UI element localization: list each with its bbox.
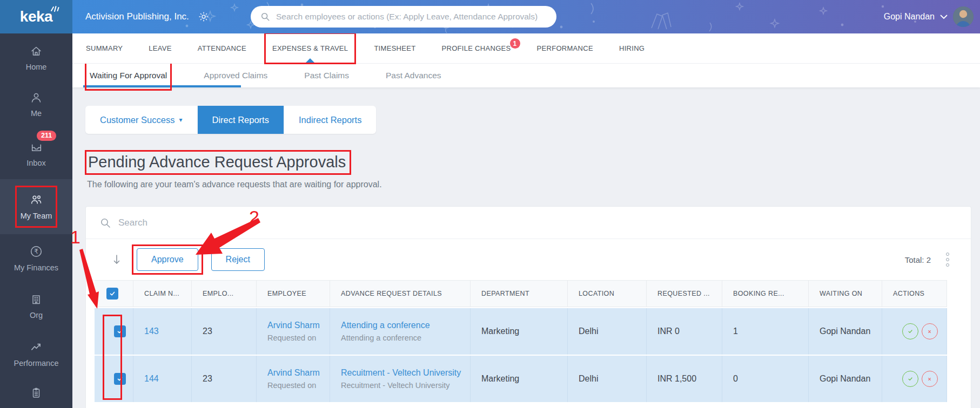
reject-button[interactable]: Reject (211, 248, 265, 271)
tab-hiring[interactable]: HIRING (619, 33, 645, 63)
claim-number-link[interactable]: 143 (144, 327, 191, 336)
subtab-waiting-for-approval[interactable]: Waiting For Approval (89, 64, 168, 87)
col-requested[interactable]: REQUESTED ... (647, 280, 722, 307)
team-icon (29, 193, 43, 207)
tab-performance[interactable]: PERFORMANCE (536, 33, 594, 63)
sidebar: Home Me 211 Inbox My Team ₹ (0, 33, 72, 408)
expense-subtabs: Waiting For Approval Approved Claims Pas… (72, 64, 980, 87)
requested-amount-cell: INR 0 (647, 308, 722, 355)
reject-row-icon[interactable] (922, 323, 938, 339)
row-select-cell (95, 308, 133, 355)
waiting-on-cell: Gopi Nandan (809, 356, 882, 402)
sidebar-item-label: My Finances (14, 263, 58, 272)
col-waiting-on[interactable]: WAITING ON (809, 280, 882, 307)
col-employee[interactable]: EMPLOYEE (257, 280, 330, 307)
table-options-kebab-icon[interactable] (946, 253, 949, 267)
approvals-card: Approve Reject Total: 2 CLAIM N... EMPLO… (85, 206, 971, 408)
col-location[interactable]: LOCATION (568, 280, 647, 307)
department-cell: Marketing (471, 356, 568, 402)
sidebar-item-tasks[interactable] (0, 377, 72, 408)
approve-row-icon[interactable] (902, 323, 918, 339)
sidebar-item-me[interactable]: Me (0, 80, 72, 128)
search-icon (100, 217, 111, 228)
sort-icon[interactable] (111, 253, 123, 266)
employee-link[interactable]: Arvind Sharm (267, 368, 330, 378)
table-search-input[interactable] (118, 217, 971, 228)
profile-changes-badge: 1 (510, 38, 520, 49)
row-checkbox[interactable] (114, 325, 126, 337)
employee-number-cell: 23 (192, 356, 257, 402)
person-icon (30, 91, 43, 104)
table-search (86, 207, 971, 239)
employee-cell: Arvind Sharm Requested on (257, 308, 330, 355)
global-search-input[interactable] (276, 12, 547, 22)
chevron-down-icon (940, 15, 948, 19)
subtab-past-advances[interactable]: Past Advances (385, 64, 442, 87)
sidebar-item-org[interactable]: Org (0, 283, 72, 330)
actions-cell (882, 308, 947, 355)
tab-timesheet[interactable]: TIMESHEET (373, 33, 416, 63)
location-cell: Delhi (568, 356, 647, 402)
row-checkbox[interactable] (114, 373, 126, 385)
sidebar-item-inbox[interactable]: 211 Inbox (0, 128, 72, 179)
col-claim-number[interactable]: CLAIM N... (133, 280, 192, 307)
tab-attendance[interactable]: ATTENDANCE (197, 33, 247, 63)
advance-request-link[interactable]: Recuitment - Veltech University (341, 368, 470, 378)
user-menu[interactable]: Gopi Nandan (884, 0, 974, 33)
inbox-tray-icon (30, 140, 43, 154)
company-name: Activision Publishing, Inc. (85, 11, 189, 22)
approvals-table: CLAIM N... EMPLO... EMPLOYEE ADVANCE REQ… (95, 280, 964, 402)
actions-cell (882, 356, 947, 402)
col-advance-request-details[interactable]: ADVANCE REQUEST DETAILS (330, 280, 471, 307)
claim-number-link[interactable]: 144 (144, 374, 191, 384)
approve-row-icon[interactable] (902, 371, 918, 387)
home-icon (30, 45, 43, 58)
sidebar-item-home[interactable]: Home (0, 36, 72, 80)
col-employee-number[interactable]: EMPLO... (192, 280, 257, 307)
subtab-past-claims[interactable]: Past Claims (303, 64, 350, 87)
tab-leave[interactable]: LEAVE (148, 33, 172, 63)
sidebar-item-performance[interactable]: Performance (0, 330, 72, 378)
sidebar-item-label: Me (31, 109, 42, 118)
advance-request-link[interactable]: Attending a conference (341, 321, 470, 330)
tab-profile-changes[interactable]: PROFILE CHANGES 1 (441, 33, 511, 63)
tab-expenses-travel[interactable]: EXPENSES & TRAVEL (272, 33, 348, 63)
col-department[interactable]: DEPARTMENT (471, 280, 568, 307)
advance-details-cell: Recuitment - Veltech University Recuitme… (330, 356, 471, 402)
segment-direct-reports[interactable]: Direct Reports (198, 106, 284, 134)
row-filler (947, 356, 964, 402)
col-actions: ACTIONS (882, 280, 947, 307)
avatar[interactable] (953, 6, 974, 27)
select-all-checkbox[interactable] (106, 288, 118, 300)
requested-amount-cell: INR 1,500 (647, 356, 722, 402)
table-row: 144 23 Arvind Sharm Requested on Recuitm… (95, 356, 964, 402)
inbox-badge: 211 (37, 131, 56, 141)
reject-row-icon[interactable] (922, 371, 938, 387)
col-booking[interactable]: BOOKING RE... (722, 280, 809, 307)
claim-number-cell: 143 (133, 308, 192, 355)
logo-spark-icon (50, 5, 59, 12)
header-filler (947, 280, 964, 307)
dropdown-caret-icon: ▾ (179, 116, 182, 124)
booking-cell: 0 (722, 356, 809, 402)
top-bar: keka (0, 0, 980, 33)
keka-logo[interactable]: keka (0, 0, 72, 33)
team-dropdown[interactable]: Customer Success ▾ (85, 106, 198, 134)
sidebar-item-my-finances[interactable]: ₹ My Finances (0, 234, 72, 283)
total-count: Total: 2 (905, 255, 931, 264)
rupee-icon: ₹ (29, 244, 43, 259)
approve-button[interactable]: Approve (137, 248, 198, 271)
svg-text:₹: ₹ (34, 248, 38, 256)
employee-link[interactable]: Arvind Sharm (267, 321, 330, 330)
subtab-approved-claims[interactable]: Approved Claims (203, 64, 269, 87)
header-select-all-cell (95, 280, 133, 307)
building-icon (30, 293, 43, 306)
sidebar-item-my-team[interactable]: My Team (0, 179, 72, 234)
tab-summary[interactable]: SUMMARY (85, 33, 123, 63)
segment-indirect-reports[interactable]: Indirect Reports (284, 106, 376, 134)
search-icon (260, 12, 270, 22)
settings-gear-icon[interactable] (198, 11, 210, 23)
report-scope-switcher: Customer Success ▾ Direct Reports Indire… (85, 106, 376, 134)
department-cell: Marketing (471, 308, 568, 355)
active-tab-caret (305, 58, 315, 63)
